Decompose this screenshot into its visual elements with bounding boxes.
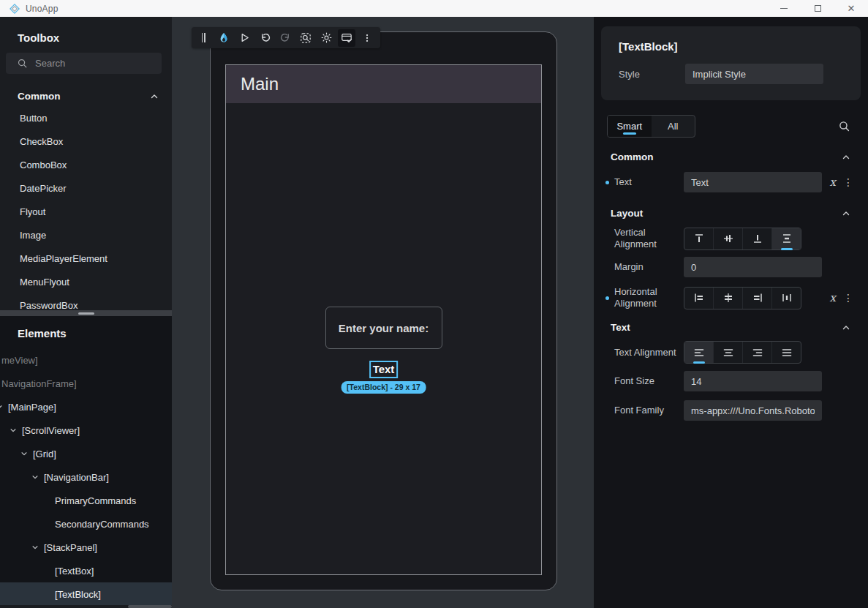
margin-input[interactable] [684, 257, 822, 277]
panel-check-icon[interactable] [338, 29, 355, 47]
close-icon: ✕ [848, 4, 856, 13]
page-title: Main [226, 74, 279, 94]
app-navigation-bar[interactable]: Main [226, 65, 541, 103]
font-family-input[interactable] [684, 400, 822, 421]
align-horizontal-center-icon[interactable] [713, 288, 742, 309]
undo-icon[interactable] [256, 29, 273, 47]
toolbox-panel: Toolbox Common Button CheckBox ComboBox … [0, 17, 172, 310]
align-left-icon[interactable] [684, 288, 713, 309]
section-common[interactable]: Common [594, 151, 868, 162]
font-size-input[interactable] [684, 371, 822, 391]
toolbox-item-checkbox[interactable]: CheckBox [0, 130, 172, 153]
property-menu-icon[interactable]: ⋮ [843, 176, 853, 188]
text-align-center-icon[interactable] [713, 342, 742, 363]
stretch-vertical-icon[interactable] [771, 228, 801, 249]
close-button[interactable]: ✕ [834, 0, 868, 17]
toolbox-item-image[interactable]: Image [0, 223, 172, 247]
tree-item-grid[interactable]: [Grid] [0, 442, 172, 465]
toolbox-item-combobox[interactable]: ComboBox [0, 153, 172, 176]
tab-all[interactable]: All [652, 116, 695, 137]
align-top-icon[interactable] [684, 228, 713, 249]
drag-handle-icon[interactable] [195, 29, 212, 47]
property-row-text: Text x ⋮ [594, 172, 868, 192]
canvas-selected-textblock[interactable]: Text [369, 361, 399, 378]
style-property-row: Style [619, 64, 861, 84]
property-menu-icon[interactable]: ⋮ [843, 292, 853, 304]
hot-reload-flame-icon[interactable] [215, 29, 233, 47]
tree-item-primarycommands[interactable]: PrimaryCommands [0, 489, 172, 512]
text-alignment-label: Text Alignment [614, 347, 684, 359]
section-layout[interactable]: Layout [594, 208, 868, 219]
tree-item-stackpanel[interactable]: [StackPanel] [0, 536, 172, 559]
selection-size-badge: [TextBlock] - 29 x 17 [341, 381, 426, 394]
tree-item-scrollviewer[interactable]: [ScrollViewer] [0, 419, 172, 442]
property-row-horizontal-alignment: Horizontal Alignment x ⋮ [594, 286, 868, 309]
chevron-up-icon [842, 153, 850, 162]
tree-horizontal-scrollbar[interactable] [0, 605, 172, 608]
toolbox-item-button[interactable]: Button [0, 106, 172, 130]
tab-smart[interactable]: Smart [608, 116, 652, 137]
toolbox-item-menuflyout[interactable]: MenuFlyout [0, 270, 172, 293]
tree-item-textbox[interactable]: [TextBox] [0, 559, 172, 582]
align-vertical-center-icon[interactable] [713, 228, 742, 249]
scrollbar-thumb[interactable] [128, 605, 172, 608]
tree-item-secondarycommands[interactable]: SecondaryCommands [0, 512, 172, 536]
toolbox-section-common[interactable]: Common [0, 86, 172, 106]
font-family-label: Font Family [614, 405, 684, 416]
elements-title: Elements [0, 316, 172, 339]
inspect-element-icon[interactable] [297, 29, 314, 47]
play-icon[interactable] [235, 29, 253, 47]
elements-panel: Elements meView] NavigationFrame] [MainP… [0, 316, 172, 608]
toolbox-item-passwordbox[interactable]: PasswordBox [0, 293, 172, 310]
toolbox-item-mediaplayerelement[interactable]: MediaPlayerElement [0, 247, 172, 270]
toolbox-title: Toolbox [0, 17, 172, 44]
window-title: UnoApp [26, 4, 59, 14]
align-bottom-icon[interactable] [742, 228, 771, 249]
selected-element-card: [TextBlock] Style [601, 26, 861, 100]
text-align-justify-icon[interactable] [771, 342, 801, 363]
modified-dot [605, 181, 609, 184]
property-search-icon[interactable] [838, 120, 850, 132]
theme-sun-icon[interactable] [317, 29, 335, 47]
text-align-right-icon[interactable] [742, 342, 771, 363]
maximize-button[interactable] [801, 0, 834, 17]
toolbox-item-flyout[interactable]: Flyout [0, 200, 172, 223]
binding-expression-icon[interactable]: x [830, 176, 836, 189]
vertical-alignment-group [684, 228, 801, 250]
style-label: Style [619, 69, 685, 80]
tree-item-frameview[interactable]: meView] [0, 348, 172, 372]
text-property-input[interactable] [684, 172, 822, 192]
minimize-icon [780, 8, 788, 9]
tree-item-navigationbar[interactable]: [NavigationBar] [0, 465, 172, 489]
style-input[interactable] [685, 64, 823, 84]
canvas-textbox-element[interactable]: Enter your name: [325, 307, 442, 349]
tree-item-mainpage[interactable]: [MainPage] [0, 395, 172, 419]
align-right-icon[interactable] [742, 288, 771, 309]
uno-logo-icon [10, 4, 20, 14]
device-frame: Main Enter your name: Text [TextBlock] -… [210, 31, 557, 590]
chevron-down-icon [31, 544, 39, 551]
search-input[interactable] [35, 58, 145, 69]
redo-icon[interactable] [276, 29, 294, 47]
chevron-up-icon [842, 209, 850, 218]
tree-item-navigationframe[interactable]: NavigationFrame] [0, 372, 172, 395]
section-text[interactable]: Text [594, 322, 868, 333]
panel-splitter[interactable] [0, 310, 172, 316]
modified-dot [605, 296, 609, 300]
toolbox-item-datepicker[interactable]: DatePicker [0, 176, 172, 200]
more-options-icon[interactable] [358, 29, 376, 47]
minimize-button[interactable] [767, 0, 801, 17]
app-preview[interactable]: Main Enter your name: Text [TextBlock] -… [225, 64, 542, 575]
stretch-horizontal-icon[interactable] [771, 288, 801, 309]
tree-item-textblock-selected[interactable]: [TextBlock] [0, 582, 172, 606]
chevron-down-icon [20, 450, 28, 457]
horizontal-alignment-group [684, 287, 801, 309]
chevron-down-icon [10, 427, 17, 434]
maximize-icon [815, 5, 821, 12]
chevron-up-icon [150, 92, 159, 101]
binding-expression-icon[interactable]: x [830, 291, 836, 304]
text-align-left-icon[interactable] [684, 342, 713, 363]
horizontal-alignment-label: Horizontal Alignment [614, 286, 684, 309]
design-toolbar [192, 27, 380, 48]
toolbox-search[interactable] [6, 53, 162, 74]
